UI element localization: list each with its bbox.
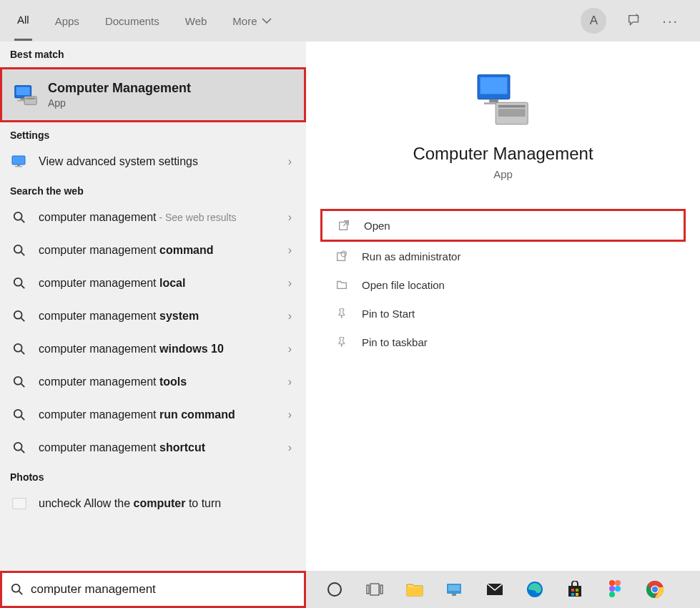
svg-point-52 [609,580,615,586]
taskbar-mail[interactable] [475,571,515,608]
taskbar-figma[interactable] [595,571,635,608]
photos-header: Photos [0,464,306,487]
svg-rect-40 [380,585,383,594]
svg-point-35 [12,584,20,592]
user-avatar[interactable]: A [581,8,606,34]
search-icon [10,438,29,457]
tab-all[interactable]: All [14,1,32,41]
web-result-text: computer management system [39,309,278,324]
web-result-item[interactable]: computer management local › [0,267,306,300]
svg-line-12 [21,252,25,256]
action-pin-taskbar[interactable]: Pin to taskbar [320,328,686,356]
taskbar [306,571,700,608]
svg-point-56 [609,592,615,597]
action-open-location[interactable]: Open file location [320,270,686,299]
svg-line-24 [21,450,25,453]
svg-point-9 [14,212,22,220]
tab-apps[interactable]: Apps [52,2,82,40]
bottom-bar [0,571,700,608]
top-right-controls: A ··· [581,8,686,34]
search-icon [11,583,24,596]
photos-result-text: uncheck Allow the computer to turn [39,496,296,511]
svg-point-13 [14,278,22,286]
best-match-title: Computer Management [48,81,191,96]
web-result-item[interactable]: computer management run command › [0,398,306,431]
web-result-item[interactable]: computer management tools › [0,366,306,398]
tab-documents[interactable]: Documents [102,2,162,40]
search-icon [10,340,29,358]
chevron-right-icon: › [288,441,296,454]
svg-point-54 [609,586,615,592]
svg-point-37 [328,583,341,596]
settings-result-item[interactable]: View advanced system settings › [0,145,306,178]
svg-rect-6 [12,156,25,165]
web-result-item[interactable]: computer management command › [0,234,306,267]
pin-icon [335,306,349,320]
best-match-result[interactable]: Computer Management App [0,67,306,122]
svg-line-14 [21,285,25,289]
action-open[interactable]: Open [320,209,686,242]
svg-point-15 [14,311,22,319]
search-icon [10,307,29,325]
chevron-right-icon: › [288,343,296,356]
web-result-item[interactable]: computer management shortcut › [0,431,306,464]
chevron-right-icon: › [288,310,296,323]
svg-point-11 [14,245,22,253]
taskbar-settings[interactable] [435,571,475,608]
tab-more[interactable]: More [230,2,274,40]
action-pin-start[interactable]: Pin to Start [320,299,686,328]
svg-line-18 [21,351,25,355]
taskbar-store[interactable] [555,571,595,608]
photos-result-item[interactable]: uncheck Allow the computer to turn [0,487,306,520]
svg-point-55 [615,586,621,592]
open-icon [337,218,351,232]
detail-subtitle: App [493,168,513,180]
search-input[interactable] [31,582,295,597]
svg-rect-28 [489,99,498,103]
photo-thumb-icon [10,494,29,513]
folder-icon [335,278,349,292]
detail-title: Computer Management [413,144,593,164]
taskbar-chrome[interactable] [635,571,675,608]
web-result-text: computer management command [39,243,278,258]
taskbar-file-explorer[interactable] [395,571,435,608]
svg-rect-4 [24,96,36,104]
settings-header: Settings [0,122,306,145]
tab-web[interactable]: Web [182,2,210,40]
taskbar-edge[interactable] [515,571,555,608]
svg-rect-1 [16,87,30,94]
svg-line-36 [19,592,23,595]
web-result-text: computer management local [39,276,278,291]
svg-line-22 [21,417,25,421]
taskbar-task-view[interactable] [355,571,395,608]
web-result-text: computer management shortcut [39,441,278,456]
web-header: Search the web [0,178,306,201]
svg-point-17 [14,344,22,352]
chevron-right-icon: › [288,408,296,421]
feedback-icon[interactable] [626,13,642,29]
chevron-right-icon: › [288,211,296,224]
search-icon [10,406,29,424]
top-filter-bar: All Apps Documents Web More A ··· [0,0,700,41]
web-result-item[interactable]: computer management - See web results › [0,201,306,234]
best-match-text: Computer Management App [48,81,191,109]
filter-tabs: All Apps Documents Web More [14,1,275,41]
svg-rect-51 [576,593,578,596]
svg-rect-7 [17,165,20,166]
web-result-text: computer management windows 10 [39,342,278,357]
svg-rect-49 [576,589,578,592]
chevron-down-icon [262,18,272,24]
action-pin-taskbar-label: Pin to taskbar [362,336,428,348]
search-box[interactable] [0,571,306,608]
svg-point-19 [14,377,22,385]
settings-result-text: View advanced system settings [39,155,278,170]
svg-point-21 [14,410,22,418]
taskbar-cortana[interactable] [315,571,355,608]
svg-line-16 [21,318,25,322]
svg-rect-32 [498,109,525,117]
action-run-admin[interactable]: Run as administrator [320,242,686,270]
web-result-item[interactable]: computer management windows 10 › [0,333,306,366]
web-result-item[interactable]: computer management system › [0,300,306,333]
more-options-button[interactable]: ··· [662,13,679,29]
svg-rect-44 [452,594,456,596]
